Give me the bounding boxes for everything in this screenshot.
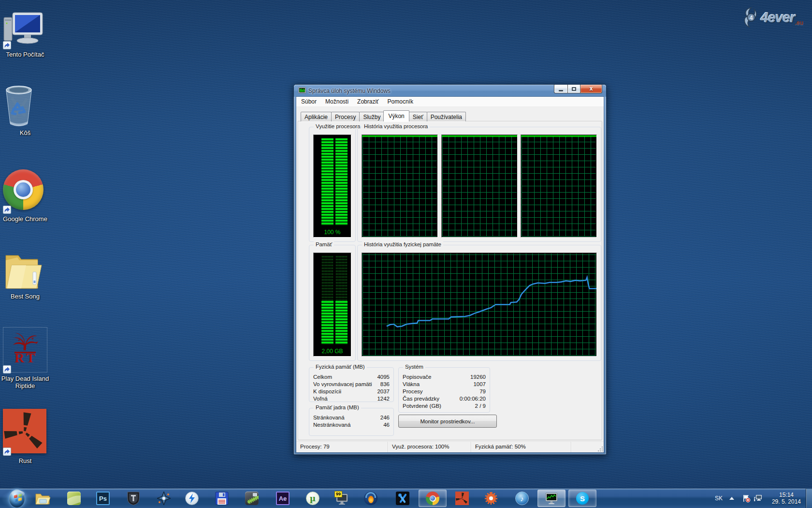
menu-zobrazi[interactable]: Zobraziť: [353, 97, 383, 106]
status-bar: Procesy: 79Využ. procesora: 100%Fyzická …: [296, 441, 604, 452]
desktop-icon-label: Tento Počítač: [0, 51, 50, 58]
taskbar-icon-start-orb[interactable]: [9, 491, 25, 506]
taskbar-icon-utorrent[interactable]: µ: [305, 491, 320, 506]
physical-memory-group: Fyzická pamäť (MB) Celkom4095Vo vyrovnáv…: [309, 367, 394, 402]
stat-row: Potvrdené (GB)2 / 9: [403, 403, 486, 410]
taskbar-icon-itunes[interactable]: ♪: [514, 491, 530, 506]
taskbar-icon-after-effects[interactable]: Ae: [275, 491, 290, 506]
taskbar-icon-explorer[interactable]: [35, 491, 50, 506]
stat-row: Nestránkovaná46: [313, 421, 390, 429]
action-center-icon[interactable]: [742, 494, 751, 503]
close-button[interactable]: x: [580, 85, 602, 93]
taskbar-icon-rust-app[interactable]: [454, 491, 470, 506]
cpu-history-group-title: História využitia procesora: [362, 123, 430, 129]
desktop-icon-label: Kôš: [0, 129, 50, 136]
task-manager-icon: [298, 87, 306, 94]
show-hidden-icons-button[interactable]: [729, 497, 734, 500]
taskbar-icon-audacity[interactable]: [363, 491, 378, 506]
system-tray: SK 15:14 29. 5. 2014: [715, 489, 812, 508]
memory-history-group-title: História využitia fyzickej pamäte: [362, 241, 443, 247]
memory-meter: 2,00 GB: [313, 253, 351, 357]
tab-procesy[interactable]: Procesy: [331, 112, 360, 121]
taskbar-icon-world-of-tanks[interactable]: [126, 491, 141, 506]
tab-pouvatelia[interactable]: Používatelia: [427, 112, 466, 121]
title-bar[interactable]: Správca úloh systému Windows x: [294, 85, 606, 97]
cpu-history-graph-1: [362, 134, 438, 238]
taskbar-icon-tools-app[interactable]: [395, 491, 410, 506]
desktop-icon-rust[interactable]: Rust: [0, 409, 50, 464]
taskbar-button-chrome-window[interactable]: [419, 490, 447, 507]
cpu-history-graph-2: [441, 134, 518, 238]
desktop-icon-label: Rust: [0, 457, 50, 464]
physical-memory-group-title: Fyzická pamäť (MB): [314, 364, 367, 370]
stat-row: Vo vyrovnávacej pamäti836: [313, 381, 390, 388]
rust-icon: [3, 409, 47, 456]
cpu-usage-value: 100 %: [314, 229, 351, 236]
desktop-icon-label: Play Dead IslandRiptide: [0, 375, 50, 389]
memory-value: 2,00 GB: [314, 348, 351, 355]
cpu-usage-group-title: Využitie procesora: [314, 123, 362, 129]
desktop-icon-label: Google Chrome: [0, 215, 50, 223]
taskbar-button-task-manager-window[interactable]: [537, 490, 566, 507]
language-indicator[interactable]: SK: [715, 495, 723, 502]
taskbar-icon-photoshop[interactable]: Ps: [95, 491, 111, 506]
menu-sbor[interactable]: Súbor: [297, 97, 321, 106]
taskbar-icon-video-converter-app[interactable]: [244, 491, 260, 506]
memory-group: Pamäť 2,00 GB: [309, 245, 356, 361]
taskbar-icon-media-green-app[interactable]: [66, 491, 82, 506]
tab-aplikcie[interactable]: Aplikácie: [301, 112, 332, 121]
memory-group-title: Pamäť: [314, 241, 334, 247]
desktop-icon-google-chrome[interactable]: Google Chrome: [0, 167, 50, 223]
performance-tab-page: Využitie procesora 100 % História využit…: [298, 121, 602, 440]
taskbar-icon-daemon-tools[interactable]: [184, 491, 200, 506]
stat-row: Procesy79: [403, 388, 486, 395]
recycle-bin-icon: [3, 83, 47, 128]
menu-bar: SúborMožnostiZobraziťPomocník: [296, 97, 604, 107]
computer-icon: [3, 12, 47, 49]
tab-sluby[interactable]: Služby: [359, 112, 384, 121]
network-icon[interactable]: [754, 494, 763, 503]
menu-monosti[interactable]: Možnosti: [321, 97, 353, 106]
tab-sie[interactable]: Sieť: [409, 112, 427, 121]
stat-row: Vlákna1007: [403, 381, 486, 388]
clock-time: 15:14: [772, 492, 801, 498]
maximize-button[interactable]: [567, 85, 580, 93]
minimize-icon: [559, 90, 563, 91]
clock-date: 29. 5. 2014: [772, 498, 801, 505]
cpu-usage-group: Využitie procesora 100 %: [309, 127, 356, 242]
taskbar: Ps Ae µ: [0, 489, 812, 508]
folder-icon: [3, 246, 47, 291]
status-pane-2: Fyzická pamäť: 50%: [471, 442, 571, 452]
tab-strip: AplikácieProcesySlužbyVýkonSieťPoužívate…: [301, 111, 465, 121]
desktop-icon-kos[interactable]: Kôš: [0, 83, 50, 136]
desktop-icon-play-dead-island-riptide[interactable]: R T Play Dead IslandRiptide: [0, 327, 50, 389]
stat-row: Stránkovaná246: [313, 414, 390, 421]
shortcut-arrow-icon: [3, 206, 11, 214]
resource-monitor-button[interactable]: Monitor prostriedkov...: [398, 415, 497, 428]
status-pane-0: Procesy: 79: [296, 442, 388, 452]
desktop-icon-tento-pocitac[interactable]: Tento Počítač: [0, 12, 50, 58]
tab-vkon[interactable]: Výkon: [383, 110, 409, 121]
watermark-suffix: .eu: [795, 19, 803, 26]
dead-island-icon: R T: [3, 327, 47, 374]
taskbar-icon-game-star-app[interactable]: [156, 491, 172, 506]
taskbar-icon-gear-orange-app[interactable]: [483, 491, 499, 506]
cpu-history-graph-3: [521, 134, 597, 238]
stat-row: Voľná1242: [313, 395, 390, 403]
task-manager-window: Správca úloh systému Windows x SúborMožn…: [293, 84, 607, 455]
desktop-icon-best-song[interactable]: Best Song: [0, 246, 50, 300]
chrome-icon: [3, 169, 47, 214]
show-desktop-button[interactable]: [806, 489, 812, 508]
stat-row: K dispozícii2037: [313, 388, 390, 395]
resize-grip[interactable]: [597, 446, 603, 451]
system-group-title: Systém: [403, 364, 425, 370]
maximize-icon: [572, 87, 576, 91]
clock[interactable]: 15:14 29. 5. 2014: [772, 492, 801, 505]
taskbar-icon-floppy-save-app[interactable]: [214, 491, 230, 506]
shortcut-arrow-icon: [3, 41, 11, 49]
taskbar-button-skype-window[interactable]: S: [568, 490, 596, 507]
taskbar-icon-counter-99-app[interactable]: 99: [334, 491, 349, 506]
menu-pomocnk[interactable]: Pomocník: [383, 97, 418, 106]
shortcut-arrow-icon: [3, 365, 11, 374]
minimize-button[interactable]: [554, 85, 567, 93]
